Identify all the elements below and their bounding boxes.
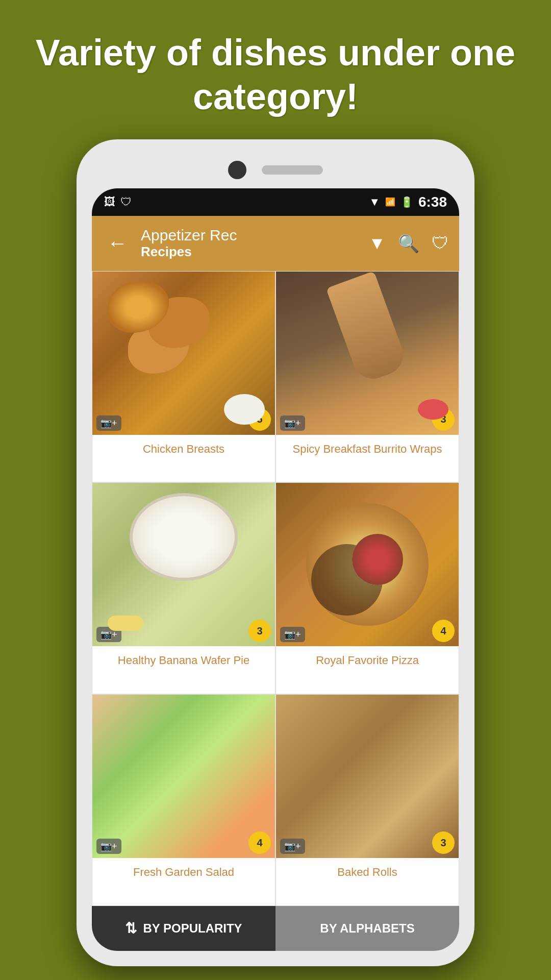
shield-icon: 🛡 — [120, 195, 132, 209]
sort-alphabets-label: BY ALPHABETS — [320, 921, 414, 936]
phone-notch — [92, 155, 459, 185]
signal-icon: 📶 — [385, 197, 395, 207]
recipe-add-button[interactable]: 📷+ — [96, 839, 121, 854]
phone-frame: 🖼 🛡 ▼ 📶 🔋 6:38 ← Appetizer Rec Recipes ▼… — [77, 139, 474, 966]
recipe-image-royal-favorite-pizza: 📷+4 — [276, 483, 459, 646]
sort-popularity-label: BY POPULARITY — [143, 921, 242, 936]
recipe-name-salad-dish: Fresh Garden Salad — [92, 858, 275, 887]
image-icon: 🖼 — [104, 195, 115, 209]
recipe-rating-badge: 3 — [432, 408, 455, 431]
battery-icon: 🔋 — [400, 196, 413, 208]
recipe-grid: 📷+5Chicken Breasts📷+3Spicy Breakfast Bur… — [92, 271, 459, 906]
phone-speaker — [262, 165, 323, 175]
recipe-card-chicken-breasts[interactable]: 📷+5Chicken Breasts — [92, 271, 276, 483]
recipe-add-overlay: 📷+ — [96, 415, 121, 431]
recipe-add-button[interactable]: 📷+ — [280, 839, 305, 854]
status-right-icons: ▼ 📶 🔋 6:38 — [369, 194, 447, 210]
recipe-add-overlay: 📷+ — [96, 627, 121, 642]
recipe-image-rolls-dish: 📷+3 — [276, 695, 459, 858]
sort-by-alphabets-button[interactable]: BY ALPHABETS — [276, 906, 459, 951]
recipe-add-overlay: 📷+ — [280, 415, 305, 431]
bottom-bar: ⇅ BY POPULARITY BY ALPHABETS — [92, 906, 459, 951]
app-bar-actions: ▼ 🔍 🛡 — [368, 233, 449, 254]
recipe-card-royal-favorite-pizza[interactable]: 📷+4Royal Favorite Pizza — [276, 482, 459, 694]
sort-by-popularity-button[interactable]: ⇅ BY POPULARITY — [92, 906, 276, 951]
page-title: Variety of dishes under one category! — [20, 31, 531, 119]
app-bar-subtitle: Recipes — [141, 244, 360, 260]
status-bar: 🖼 🛡 ▼ 📶 🔋 6:38 — [92, 188, 459, 216]
recipe-add-overlay: 📷+ — [280, 627, 305, 642]
back-button[interactable]: ← — [102, 227, 133, 260]
recipe-rating-badge: 3 — [248, 620, 271, 642]
page-header: Variety of dishes under one category! — [0, 0, 551, 139]
app-bar: ← Appetizer Rec Recipes ▼ 🔍 🛡 — [92, 216, 459, 271]
recipe-rating-badge: 4 — [248, 831, 271, 854]
recipe-add-button[interactable]: 📷+ — [96, 415, 121, 431]
sort-icon: ⇅ — [125, 920, 137, 937]
status-left-icons: 🖼 🛡 — [104, 195, 132, 209]
recipe-card-rolls-dish[interactable]: 📷+3Baked Rolls — [276, 694, 459, 906]
recipe-image-chicken-breasts: 📷+5 — [92, 272, 275, 435]
recipe-image-healthy-banana-wafer-pie: 📷+3 — [92, 483, 275, 646]
recipe-name-spicy-breakfast-burrito: Spicy Breakfast Burrito Wraps — [276, 435, 459, 464]
recipe-rating-badge: 3 — [432, 831, 455, 854]
filter-icon[interactable]: ▼ — [368, 233, 386, 253]
recipe-name-royal-favorite-pizza: Royal Favorite Pizza — [276, 646, 459, 675]
recipe-rating-badge: 4 — [432, 620, 455, 642]
phone-camera — [228, 161, 246, 179]
recipe-name-healthy-banana-wafer-pie: Healthy Banana Wafer Pie — [92, 646, 275, 675]
recipe-name-chicken-breasts: Chicken Breasts — [92, 435, 275, 464]
app-bar-title-group: Appetizer Rec Recipes — [141, 227, 360, 260]
search-icon[interactable]: 🔍 — [398, 233, 419, 254]
recipe-add-button[interactable]: 📷+ — [280, 415, 305, 431]
status-time: 6:38 — [418, 194, 447, 210]
recipe-card-salad-dish[interactable]: 📷+4Fresh Garden Salad — [92, 694, 276, 906]
recipe-name-rolls-dish: Baked Rolls — [276, 858, 459, 887]
recipe-card-spicy-breakfast-burrito[interactable]: 📷+3Spicy Breakfast Burrito Wraps — [276, 271, 459, 483]
recipe-add-overlay: 📷+ — [280, 839, 305, 854]
wifi-icon: ▼ — [369, 195, 380, 209]
recipe-image-spicy-breakfast-burrito: 📷+3 — [276, 272, 459, 435]
recipe-rating-badge: 5 — [248, 408, 271, 431]
recipe-image-salad-dish: 📷+4 — [92, 695, 275, 858]
app-bar-title: Appetizer Rec — [141, 227, 360, 244]
profile-icon[interactable]: 🛡 — [432, 233, 449, 253]
recipe-add-button[interactable]: 📷+ — [96, 627, 121, 642]
recipe-add-button[interactable]: 📷+ — [280, 627, 305, 642]
recipe-add-overlay: 📷+ — [96, 839, 121, 854]
phone-screen: 🖼 🛡 ▼ 📶 🔋 6:38 ← Appetizer Rec Recipes ▼… — [92, 188, 459, 951]
recipe-card-healthy-banana-wafer-pie[interactable]: 📷+3Healthy Banana Wafer Pie — [92, 482, 276, 694]
